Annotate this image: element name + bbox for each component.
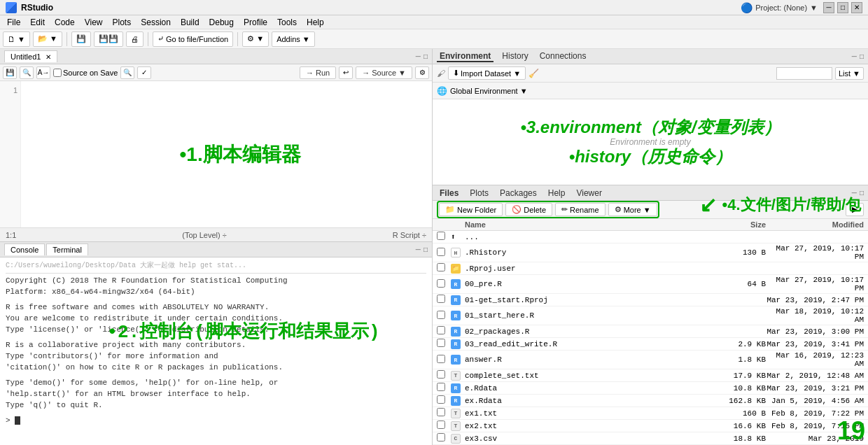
row-check-0[interactable] bbox=[437, 248, 445, 256]
row-check-8[interactable] bbox=[437, 370, 445, 379]
file-name-12: ex2.txt bbox=[465, 422, 710, 430]
list-item[interactable]: T ex1.txt 160 B Feb 8, 2019, 7:22 PM bbox=[433, 407, 868, 420]
console-content[interactable]: C:/Users/wuweilong/Desktop/Data 大家一起做 he… bbox=[0, 257, 432, 445]
row-check-3[interactable] bbox=[437, 295, 445, 303]
console-prompt[interactable]: > bbox=[6, 415, 426, 426]
row-check-2[interactable] bbox=[437, 279, 445, 288]
row-check-11[interactable] bbox=[437, 408, 445, 416]
list-dropdown-button[interactable]: List ▼ bbox=[835, 67, 864, 80]
row-check-6[interactable] bbox=[437, 339, 445, 347]
env-minimize[interactable]: ─ bbox=[852, 52, 857, 60]
editor-level: (Top Level) ÷ bbox=[182, 231, 227, 239]
list-item[interactable]: T complete_set.txt 17.9 KB Mar 2, 2019, … bbox=[433, 369, 868, 382]
editor-spell-btn[interactable]: ✓ bbox=[137, 66, 151, 79]
files-tab-help[interactable]: Help bbox=[545, 188, 568, 198]
list-item[interactable]: H .Rhistory 130 B Mar 27, 2019, 10:17 PM bbox=[433, 243, 868, 262]
editor-save-btn[interactable]: 💾 bbox=[3, 66, 17, 79]
menu-build[interactable]: Build bbox=[176, 15, 204, 29]
console-minimize[interactable]: ─ bbox=[416, 246, 421, 253]
files-tab-plots[interactable]: Plots bbox=[467, 188, 491, 198]
minimize-button[interactable]: ─ bbox=[823, 2, 834, 13]
menu-debug[interactable]: Debug bbox=[205, 15, 238, 29]
menu-session[interactable]: Session bbox=[136, 15, 175, 29]
files-row-back[interactable]: ⬆ ... bbox=[433, 231, 868, 243]
console-tab[interactable]: Console bbox=[4, 243, 45, 255]
row-check-5[interactable] bbox=[437, 326, 445, 334]
global-env-label[interactable]: Global Environment ▼ bbox=[450, 87, 528, 95]
open-file-button[interactable]: 📂 ▼ bbox=[33, 31, 62, 47]
options-button[interactable]: ⚙ ▼ bbox=[242, 31, 269, 47]
list-item[interactable]: T ex2.txt 16.6 KB Feb 8, 2019, 7:15 PM bbox=[433, 420, 868, 432]
list-item[interactable]: R answer.R 1.8 KB Mar 16, 2019, 12:23 AM bbox=[433, 351, 868, 369]
editor-replace-btn[interactable]: A→ bbox=[36, 66, 50, 79]
editor-nav-btn[interactable]: ↩ bbox=[339, 66, 353, 79]
source-button[interactable]: → Source ▼ bbox=[356, 66, 412, 79]
project-label[interactable]: 🔵 Project: (None) ▼ bbox=[741, 2, 818, 13]
new-folder-button[interactable]: 📁 New Folder bbox=[439, 203, 503, 216]
goto-file-button[interactable]: ⤶ Go to file/Function bbox=[153, 31, 233, 47]
row-check-9[interactable] bbox=[437, 383, 445, 391]
files-tab-packages[interactable]: Packages bbox=[497, 188, 540, 198]
editor-tab-untitled1[interactable]: Untitled1 ✕ bbox=[4, 50, 57, 62]
console-maximize[interactable]: □ bbox=[424, 246, 428, 253]
menu-view[interactable]: View bbox=[80, 15, 107, 29]
file-name-1: .Rproj.user bbox=[465, 264, 710, 273]
env-brush-icon[interactable]: 🖌 bbox=[437, 69, 445, 78]
editor-zoom-btn[interactable]: 🔍 bbox=[120, 66, 134, 79]
menu-edit[interactable]: Edit bbox=[26, 15, 49, 29]
menu-tools[interactable]: Tools bbox=[273, 15, 301, 29]
source-on-save-checkbox[interactable] bbox=[53, 69, 62, 77]
env-search-input[interactable] bbox=[776, 67, 832, 80]
menu-help[interactable]: Help bbox=[302, 15, 328, 29]
list-item[interactable]: R e.Rdata 10.8 KB Mar 23, 2019, 3:21 PM bbox=[433, 382, 868, 395]
editor-maximize[interactable]: □ bbox=[424, 52, 428, 60]
menu-profile[interactable]: Profile bbox=[239, 15, 272, 29]
editor-minimize[interactable]: ─ bbox=[416, 52, 421, 60]
env-tab-connections[interactable]: Connections bbox=[537, 51, 589, 62]
editor-tab-close[interactable]: ✕ bbox=[46, 53, 51, 61]
maximize-button[interactable]: □ bbox=[837, 2, 848, 13]
env-maximize[interactable]: □ bbox=[860, 52, 864, 60]
row-check-10[interactable] bbox=[437, 395, 445, 404]
files-tab-viewer[interactable]: Viewer bbox=[573, 188, 604, 198]
save-button[interactable]: 💾 bbox=[71, 31, 91, 47]
list-item[interactable]: R 02_rpackages.R Mar 23, 2019, 3:00 PM bbox=[433, 325, 868, 338]
menu-plots[interactable]: Plots bbox=[108, 15, 136, 29]
more-button[interactable]: ⚙ More ▼ bbox=[608, 203, 657, 216]
env-tab-environment[interactable]: Environment bbox=[437, 51, 493, 62]
new-file-button[interactable]: 🗋 ▼ bbox=[3, 31, 30, 47]
row-check-4[interactable] bbox=[437, 311, 445, 319]
list-item[interactable]: R 03_read_edit_write.R 2.9 KB Mar 23, 20… bbox=[433, 338, 868, 351]
editor-gear-btn[interactable]: ⚙ bbox=[415, 66, 429, 79]
col-name[interactable]: Name bbox=[465, 220, 710, 229]
save-all-button[interactable]: 💾💾 bbox=[94, 31, 123, 47]
col-size[interactable]: Size bbox=[710, 220, 766, 229]
row-check-12[interactable] bbox=[437, 421, 445, 429]
delete-button[interactable]: 🚫 Delete bbox=[505, 203, 552, 216]
row-check-7[interactable] bbox=[437, 355, 445, 363]
list-item[interactable]: C ex3.csv 18.8 KB Mar 23, 2019 bbox=[433, 432, 868, 445]
env-clear-icon[interactable]: 🧹 bbox=[528, 69, 539, 78]
list-item[interactable]: R ex.Rdata 162.8 KB Jan 5, 2019, 4:56 AM bbox=[433, 395, 868, 407]
row-check-1[interactable] bbox=[437, 263, 445, 271]
print-button[interactable]: 🖨 bbox=[126, 31, 144, 47]
list-item[interactable]: R 01_start_here.R Mar 18, 2019, 10:12 AM bbox=[433, 306, 868, 325]
terminal-tab[interactable]: Terminal bbox=[46, 243, 88, 255]
close-button[interactable]: ✕ bbox=[851, 2, 862, 13]
rename-button[interactable]: ✏ Rename bbox=[555, 203, 606, 216]
run-button[interactable]: → Run bbox=[300, 66, 336, 79]
list-item[interactable]: 📁 .Rproj.user bbox=[433, 262, 868, 275]
list-item[interactable]: R 00_pre.R 64 B Mar 27, 2019, 10:17 PM bbox=[433, 275, 868, 294]
editor-search-btn[interactable]: 🔍 bbox=[20, 66, 34, 79]
file-modified-3: Mar 23, 2019, 2:47 PM bbox=[766, 296, 864, 304]
col-modified[interactable]: Modified bbox=[766, 220, 864, 229]
menu-file[interactable]: File bbox=[3, 15, 24, 29]
env-tab-history[interactable]: History bbox=[499, 51, 531, 62]
addins-button[interactable]: Addins ▼ bbox=[272, 31, 315, 47]
row-back-check[interactable] bbox=[437, 232, 445, 240]
files-tab-files[interactable]: Files bbox=[437, 188, 461, 198]
row-check-13[interactable] bbox=[437, 433, 445, 442]
import-dataset-button[interactable]: ⬇ Import Dataset ▼ bbox=[448, 66, 526, 80]
list-item[interactable]: R 01-get_start.Rproj Mar 23, 2019, 2:47 … bbox=[433, 294, 868, 306]
menu-code[interactable]: Code bbox=[50, 15, 79, 29]
